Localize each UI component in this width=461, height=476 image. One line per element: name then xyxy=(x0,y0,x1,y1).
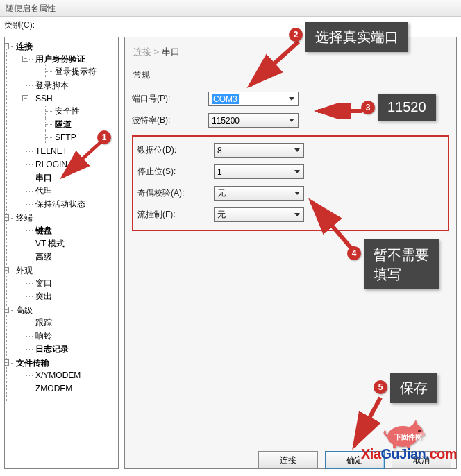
window-title: 随便启名属性 xyxy=(6,3,56,13)
svg-point-7 xyxy=(418,430,421,432)
tree-item-xymodem[interactable]: X/YMODEM xyxy=(26,369,117,382)
tree-item-window[interactable]: 窗口 xyxy=(26,277,117,290)
tree-item-login-prompt[interactable]: 登录提示符 xyxy=(45,65,117,78)
tree-item-tunnel[interactable]: 隧道 xyxy=(45,118,117,131)
port-label: 端口号(P): xyxy=(132,93,208,105)
baud-select[interactable]: 115200 xyxy=(208,113,299,128)
tree-item-terminal[interactable]: −终端 键盘 VT 模式 高级 xyxy=(6,212,117,264)
tree-item-serial[interactable]: 串口 xyxy=(26,171,117,185)
annotation-badge-3: 3 xyxy=(361,101,375,114)
flow-select[interactable]: 无 xyxy=(214,207,304,222)
collapse-icon[interactable]: − xyxy=(4,307,9,313)
annotation-badge-2: 2 xyxy=(289,28,303,42)
tree-item-highlight[interactable]: 突出 xyxy=(26,290,117,303)
chevron-down-icon[interactable] xyxy=(292,188,302,198)
tree-item-security[interactable]: 安全性 xyxy=(45,105,117,118)
tree-item-advanced-term[interactable]: 高级 xyxy=(26,250,117,264)
tree-item-keyboard[interactable]: 键盘 xyxy=(26,224,117,237)
databits-label: 数据位(D): xyxy=(137,144,214,156)
tree-item-login-script[interactable]: 登录脚本 xyxy=(26,79,117,92)
tree-item-proxy[interactable]: 代理 xyxy=(26,185,117,198)
databits-select[interactable]: 8 xyxy=(214,143,304,158)
stopbits-select[interactable]: 1 xyxy=(214,164,304,179)
parity-value: 无 xyxy=(217,187,226,199)
highlighted-group: 数据位(D): 8 停止位(S): 1 奇偶校验(A): 无 xyxy=(132,135,449,231)
baud-value: 115200 xyxy=(212,116,240,126)
annotation-text-3: 11520 xyxy=(378,94,436,121)
stopbits-label: 停止位(S): xyxy=(137,166,214,178)
connect-button[interactable]: 连接 xyxy=(258,451,318,469)
row-stopbits: 停止位(S): 1 xyxy=(137,161,444,182)
parity-select[interactable]: 无 xyxy=(214,186,304,201)
tree-item-trace[interactable]: 跟踪 xyxy=(26,316,117,330)
chevron-down-icon[interactable] xyxy=(292,145,302,155)
databits-value: 8 xyxy=(217,146,222,155)
stopbits-value: 1 xyxy=(217,167,222,177)
window-titlebar: 随便启名属性 xyxy=(0,0,461,17)
annotation-text-4: 暂不需要 填写 xyxy=(364,239,439,289)
tree-item-vt-mode[interactable]: VT 模式 xyxy=(26,237,117,250)
annotation-badge-5: 5 xyxy=(374,380,387,394)
flow-value: 无 xyxy=(217,209,226,221)
collapse-icon[interactable]: − xyxy=(4,267,9,273)
tree-item-user-auth[interactable]: −用户身份验证 登录提示符 xyxy=(26,53,117,79)
parity-label: 奇偶校验(A): xyxy=(137,187,214,199)
tree-item-telnet[interactable]: TELNET xyxy=(26,145,117,158)
flow-label: 流控制(F): xyxy=(137,209,214,221)
category-tree-pane: −连接 −用户身份验证 登录提示符 登录脚本 −SSH 安全性 隧道 SFTP … xyxy=(4,37,119,469)
chevron-down-icon[interactable] xyxy=(286,94,296,104)
breadcrumb-current: 串口 xyxy=(162,46,180,57)
tree-item-appearance[interactable]: −外观 窗口 突出 xyxy=(6,264,117,304)
chevron-down-icon[interactable] xyxy=(286,115,296,126)
row-parity: 奇偶校验(A): 无 xyxy=(137,182,444,204)
tree-item-file-transfer[interactable]: −文件传输 X/YMODEM ZMODEM xyxy=(6,357,117,396)
tree-item-zmodem[interactable]: ZMODEM xyxy=(26,382,117,396)
collapse-icon[interactable]: − xyxy=(4,43,9,49)
annotation-text-2: 选择真实端口 xyxy=(305,22,408,52)
collapse-icon[interactable]: − xyxy=(22,95,28,101)
tree-item-advanced[interactable]: −高级 跟踪 响铃 日志记录 xyxy=(6,304,117,357)
row-flow: 流控制(F): 无 xyxy=(137,204,444,226)
annotation-badge-4: 4 xyxy=(347,246,361,260)
tree-item-keep-active[interactable]: 保持活动状态 xyxy=(26,198,117,211)
baud-label: 波特率(B): xyxy=(132,114,208,126)
port-select[interactable]: COM3 xyxy=(208,92,299,106)
row-databits: 数据位(D): 8 xyxy=(137,139,444,161)
chevron-down-icon[interactable] xyxy=(292,167,302,177)
section-title: 常规 xyxy=(132,68,449,88)
collapse-icon[interactable]: − xyxy=(22,56,28,62)
tree-item-logging[interactable]: 日志记录 xyxy=(26,343,117,356)
annotation-badge-1: 1 xyxy=(97,130,111,144)
annotation-text-5: 保存 xyxy=(390,373,437,403)
watermark-text: XiaGuJian.com xyxy=(361,446,457,462)
tree-item-connection[interactable]: −连接 −用户身份验证 登录提示符 登录脚本 −SSH 安全性 隧道 SFTP … xyxy=(6,40,117,212)
category-tree: −连接 −用户身份验证 登录提示符 登录脚本 −SSH 安全性 隧道 SFTP … xyxy=(6,40,117,396)
tree-item-rlogin[interactable]: RLOGIN xyxy=(26,158,117,171)
svg-text:下固件网: 下固件网 xyxy=(394,433,422,441)
chevron-down-icon[interactable] xyxy=(292,210,302,220)
collapse-icon[interactable]: − xyxy=(4,359,9,366)
breadcrumb-parent: 连接 xyxy=(133,46,151,57)
tree-item-bell[interactable]: 响铃 xyxy=(26,330,117,343)
port-value: COM3 xyxy=(212,94,239,104)
collapse-icon[interactable]: − xyxy=(4,214,9,221)
